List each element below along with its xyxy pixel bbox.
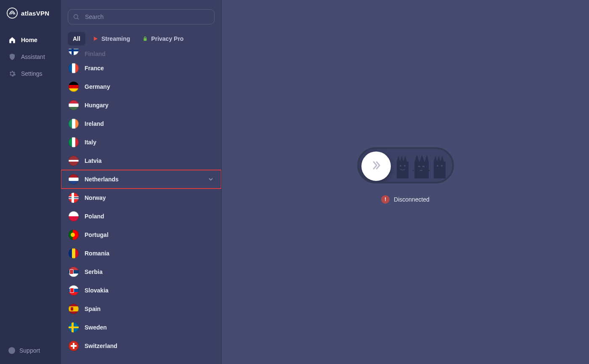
flag-icon (69, 304, 79, 314)
connection-status: ! Disconnected (381, 195, 430, 203)
country-item-romania[interactable]: Romania (61, 244, 221, 263)
sidebar-item-label: Assistant (21, 53, 45, 60)
country-item-poland[interactable]: Poland (61, 207, 221, 226)
country-item-germany[interactable]: Germany (61, 77, 221, 96)
tab-label: Privacy Pro (151, 35, 183, 42)
flag-icon (69, 100, 79, 110)
chevrons-right-icon (370, 159, 382, 173)
flag-icon (69, 267, 79, 277)
country-item-france[interactable]: France (61, 59, 221, 77)
main-area: ! Disconnected (222, 0, 589, 364)
country-label: Germany (85, 83, 110, 90)
connect-wrap: ! Disconnected (357, 147, 454, 203)
country-item-slovakia[interactable]: Slovakia (61, 281, 221, 300)
chat-bubble-icon (8, 347, 15, 354)
country-item-spain[interactable]: Spain (61, 300, 221, 318)
search (68, 9, 215, 24)
server-panel: All Streaming Privacy Pro Finland (61, 0, 222, 364)
sidebar-item-home[interactable]: Home (3, 32, 58, 48)
tabs: All Streaming Privacy Pro (61, 28, 221, 46)
sidebar-item-settings[interactable]: Settings (3, 66, 58, 82)
svg-point-11 (437, 165, 438, 166)
chevron-down-icon (208, 176, 214, 182)
flag-icon (69, 49, 79, 55)
sidebar-item-support[interactable]: Support (0, 343, 61, 359)
flag-icon (69, 322, 79, 332)
flag-icon (69, 119, 79, 129)
alert-icon: ! (381, 195, 390, 203)
flag-icon (69, 230, 79, 240)
country-label: Romania (85, 250, 109, 257)
gear-icon (8, 70, 16, 77)
lock-icon (143, 36, 148, 41)
tab-all[interactable]: All (68, 32, 85, 45)
tab-label: Streaming (101, 35, 130, 42)
country-item-serbia[interactable]: Serbia (61, 263, 221, 281)
sidebar-nav: Home Assistant Settings (0, 32, 61, 82)
flag-icon (69, 156, 79, 166)
sidebar-item-label: Settings (21, 70, 42, 77)
search-icon (73, 13, 80, 20)
tab-label: All (73, 35, 80, 42)
country-label: Netherlands (85, 176, 119, 183)
svg-rect-6 (418, 165, 420, 167)
country-label: Norway (85, 194, 106, 201)
flag-icon (69, 341, 79, 351)
country-label: Sweden (85, 324, 107, 331)
svg-point-1 (74, 15, 78, 19)
country-item-norway[interactable]: Norway (61, 189, 221, 207)
tab-streaming[interactable]: Streaming (88, 32, 135, 45)
search-input[interactable] (68, 9, 215, 24)
country-label: Serbia (85, 268, 103, 275)
flag-icon (69, 63, 79, 73)
flag-icon (69, 137, 79, 147)
country-label: Spain (85, 306, 101, 312)
country-item-italy[interactable]: Italy (61, 133, 221, 151)
svg-rect-8 (420, 170, 422, 170)
country-item-portugal[interactable]: Portugal (61, 226, 221, 244)
country-item-latvia[interactable]: Latvia (61, 151, 221, 170)
flag-icon (69, 248, 79, 258)
sidebar-spacer (0, 82, 61, 343)
country-label: France (85, 65, 104, 72)
country-item-ireland[interactable]: Ireland (61, 114, 221, 133)
country-item-switzerland[interactable]: Switzerland (61, 337, 221, 355)
country-label: Ireland (85, 120, 104, 127)
country-list[interactable]: Finland France Germany Hungary Ireland I… (61, 46, 221, 364)
country-label: Switzerland (85, 343, 117, 349)
country-label: Hungary (85, 102, 109, 109)
svg-point-5 (404, 165, 406, 166)
play-icon (93, 36, 98, 41)
flag-icon (69, 82, 79, 92)
country-label: Latvia (85, 157, 101, 164)
sidebar-item-label: Home (21, 37, 37, 43)
status-text: Disconnected (394, 196, 430, 202)
connect-toggle[interactable] (357, 147, 454, 183)
flag-icon (69, 193, 79, 203)
flag-icon (69, 285, 79, 295)
sidebar-item-label: Support (19, 347, 40, 354)
monster-illustration (394, 152, 448, 178)
panel-header (61, 0, 221, 28)
brand-name: atlasVPN (21, 10, 49, 17)
svg-rect-7 (422, 165, 425, 167)
sidebar: atlasVPN Home Assistant Settings (0, 0, 61, 364)
svg-line-9 (413, 168, 414, 170)
tab-privacy-pro[interactable]: Privacy Pro (138, 32, 188, 45)
country-item-netherlands[interactable]: Netherlands (61, 170, 221, 189)
svg-rect-3 (144, 38, 147, 41)
svg-point-4 (400, 165, 401, 166)
svg-point-12 (441, 165, 443, 166)
country-label: Poland (85, 213, 104, 220)
country-item-partial[interactable]: Finland (61, 49, 221, 59)
home-icon (8, 36, 16, 44)
country-item-hungary[interactable]: Hungary (61, 96, 221, 114)
country-label: Portugal (85, 231, 109, 238)
flag-icon (69, 174, 79, 184)
sidebar-item-assistant[interactable]: Assistant (3, 49, 58, 65)
country-label: Slovakia (85, 287, 109, 294)
shield-icon (8, 53, 16, 61)
country-item-sweden[interactable]: Sweden (61, 318, 221, 337)
svg-line-10 (429, 168, 430, 170)
toggle-knob (361, 151, 391, 181)
